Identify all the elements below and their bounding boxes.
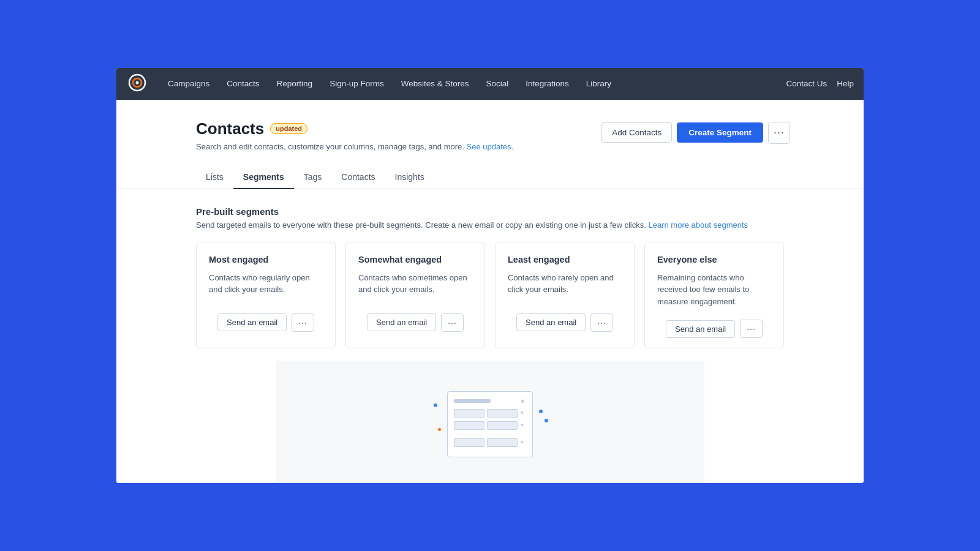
illus-field-2a — [454, 421, 484, 430]
more-least-engaged-button[interactable]: ··· — [590, 313, 613, 332]
card-title-most-engaged: Most engaged — [209, 255, 323, 264]
more-options-button[interactable]: ··· — [768, 122, 790, 144]
navbar: Campaigns Contacts Reporting Sign-up For… — [116, 68, 864, 100]
tabs-nav: Lists Segments Tags Contacts Insights — [116, 166, 864, 189]
card-desc-least-engaged: Contacts who rarely open and click your … — [508, 272, 622, 301]
nav-contacts[interactable]: Contacts — [219, 75, 266, 92]
page-title: Contacts — [196, 119, 264, 138]
illustration: ✕ ✕ ✕ — [429, 385, 551, 459]
dot-1 — [434, 403, 437, 407]
segments-section: Pre-built segments Send targeted emails … — [116, 206, 864, 484]
tab-lists[interactable]: Lists — [196, 166, 233, 189]
add-contacts-button[interactable]: Add Contacts — [601, 122, 672, 143]
card-desc-somewhat-engaged: Contacts who sometimes open and click yo… — [358, 272, 472, 301]
updated-badge: updated — [270, 123, 307, 134]
illus-x-2: ✕ — [520, 422, 526, 429]
illus-row-2: ✕ — [454, 421, 526, 430]
card-desc-everyone-else: Remaining contacts who received too few … — [657, 272, 771, 308]
nav-websites-stores[interactable]: Websites & Stores — [394, 75, 477, 92]
page-header-left: Contacts updated Search and edit contact… — [196, 119, 513, 151]
illus-row-1: ✕ — [454, 409, 526, 418]
navbar-right: Contact Us Help — [786, 79, 854, 88]
card-actions-somewhat-engaged: Send an email ··· — [358, 313, 472, 332]
illus-spacer — [454, 433, 526, 438]
logo[interactable] — [126, 72, 160, 96]
nav-contact-us[interactable]: Contact Us — [786, 79, 827, 88]
more-everyone-else-button[interactable]: ··· — [740, 320, 763, 338]
send-email-most-engaged-button[interactable]: Send an email — [217, 313, 287, 331]
subtitle-text: Search and edit contacts, customize your… — [196, 142, 464, 151]
nav-reporting[interactable]: Reporting — [270, 75, 320, 92]
segment-card-least-engaged: Least engaged Contacts who rarely open a… — [495, 242, 635, 349]
card-actions-least-engaged: Send an email ··· — [508, 313, 622, 332]
card-title-somewhat-engaged: Somewhat engaged — [358, 255, 472, 264]
tab-tags[interactable]: Tags — [294, 166, 332, 189]
illus-field-1a — [454, 409, 484, 418]
main-nav: Campaigns Contacts Reporting Sign-up For… — [160, 75, 786, 92]
segment-cards: Most engaged Contacts who regularly open… — [196, 242, 784, 349]
dot-4 — [545, 419, 548, 422]
segment-card-everyone-else: Everyone else Remaining contacts who rec… — [644, 242, 784, 349]
section-subtitle-text: Send targeted emails to everyone with th… — [196, 220, 646, 230]
nav-signup-forms[interactable]: Sign-up Forms — [322, 75, 391, 92]
illustration-window: ✕ ✕ ✕ — [447, 391, 533, 457]
card-actions-most-engaged: Send an email ··· — [209, 313, 323, 332]
send-email-everyone-else-button[interactable]: Send an email — [666, 320, 735, 338]
tab-contacts[interactable]: Contacts — [331, 166, 385, 189]
more-somewhat-engaged-button[interactable]: ··· — [441, 313, 464, 332]
illus-title-bar: ✕ — [454, 398, 526, 404]
send-email-least-engaged-button[interactable]: Send an email — [516, 313, 586, 331]
illus-field-2b — [487, 421, 518, 430]
dot-2 — [438, 428, 441, 431]
main-content: Contacts updated Search and edit contact… — [116, 100, 864, 484]
segment-card-somewhat-engaged: Somewhat engaged Contacts who sometimes … — [345, 242, 485, 349]
illus-row-3: ✕ — [454, 438, 526, 447]
page-title-row: Contacts updated — [196, 119, 513, 138]
dot-3 — [539, 410, 543, 413]
illus-field-1b — [487, 409, 518, 418]
tab-insights[interactable]: Insights — [385, 166, 434, 189]
bottom-section: ✕ ✕ ✕ — [276, 361, 704, 483]
see-updates-link[interactable]: See updates. — [467, 142, 514, 151]
page-subtitle: Search and edit contacts, customize your… — [196, 142, 513, 151]
page-header-right: Add Contacts Create Segment ··· — [601, 119, 790, 144]
learn-more-link[interactable]: Learn more about segments — [649, 220, 748, 230]
svg-point-3 — [136, 81, 139, 84]
illus-x-1: ✕ — [520, 410, 526, 416]
card-title-everyone-else: Everyone else — [657, 255, 771, 264]
create-segment-button[interactable]: Create Segment — [677, 122, 763, 143]
segment-card-most-engaged: Most engaged Contacts who regularly open… — [196, 242, 336, 349]
card-desc-most-engaged: Contacts who regularly open and click yo… — [209, 272, 323, 301]
nav-social[interactable]: Social — [478, 75, 516, 92]
nav-library[interactable]: Library — [579, 75, 619, 92]
nav-integrations[interactable]: Integrations — [518, 75, 576, 92]
page-header: Contacts updated Search and edit contact… — [116, 119, 864, 151]
illus-field-3b — [487, 438, 518, 447]
send-email-somewhat-engaged-button[interactable]: Send an email — [367, 313, 436, 331]
illus-close-icon: ✕ — [520, 398, 526, 404]
card-actions-everyone-else: Send an email ··· — [657, 320, 771, 338]
illus-field-3a — [454, 438, 484, 447]
more-most-engaged-button[interactable]: ··· — [292, 313, 314, 332]
illus-title-line — [454, 399, 491, 403]
nav-campaigns[interactable]: Campaigns — [160, 75, 217, 92]
section-subtitle: Send targeted emails to everyone with th… — [196, 220, 784, 230]
nav-help[interactable]: Help — [837, 79, 854, 88]
card-title-least-engaged: Least engaged — [508, 255, 622, 264]
tab-segments[interactable]: Segments — [233, 166, 294, 189]
section-title: Pre-built segments — [196, 206, 784, 217]
illus-x-3: ✕ — [520, 440, 526, 446]
